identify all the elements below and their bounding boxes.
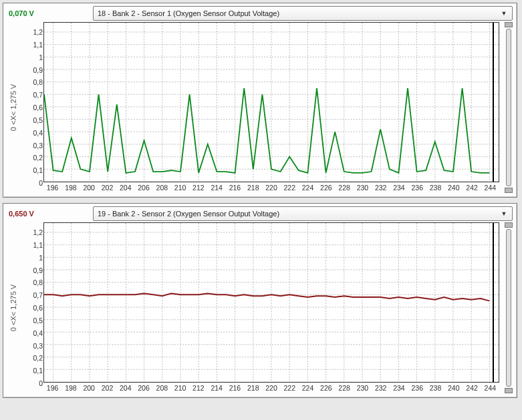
y-ticks: 00,10,20,30,40,50,60,70,80,911,11,2 bbox=[23, 23, 43, 182]
x-tick-label: 220 bbox=[265, 184, 277, 192]
y-tick-label: 1,1 bbox=[23, 241, 43, 249]
dropdown-selected-text: 18 - Bank 2 - Sensor 1 (Oxygen Sensor Ou… bbox=[98, 9, 499, 17]
x-tick-label: 218 bbox=[247, 184, 259, 192]
x-tick-label: 216 bbox=[229, 184, 241, 192]
slider-track[interactable] bbox=[506, 229, 511, 387]
data-series-line bbox=[44, 88, 489, 173]
dropdown-selected-text: 19 - Bank 2 - Sensor 2 (Oxygen Sensor Ou… bbox=[98, 210, 499, 218]
x-tick-label: 238 bbox=[430, 184, 442, 192]
x-ticks: 1961982002022042062082102122142162182202… bbox=[43, 184, 499, 193]
y-tick-label: 0,5 bbox=[23, 116, 43, 124]
x-tick-label: 228 bbox=[338, 184, 350, 192]
current-value-label: 0,650 V bbox=[7, 210, 89, 218]
x-tick-label: 228 bbox=[338, 384, 350, 392]
y-tick-label: 1 bbox=[23, 53, 43, 61]
y-axis-label: 0 <X< 1,275 V bbox=[9, 84, 17, 131]
slider-handle-bottom[interactable] bbox=[505, 188, 513, 193]
x-tick-label: 200 bbox=[83, 384, 95, 392]
y-tick-label: 0,3 bbox=[23, 342, 43, 350]
slider-handle-top[interactable] bbox=[505, 22, 513, 27]
chart-panel: 0,070 V18 - Bank 2 - Sensor 1 (Oxygen Se… bbox=[3, 3, 517, 198]
x-tick-label: 230 bbox=[357, 184, 369, 192]
x-tick-label: 198 bbox=[65, 384, 77, 392]
x-tick-label: 208 bbox=[156, 184, 168, 192]
y-tick-label: 0,1 bbox=[23, 166, 43, 174]
x-tick-label: 212 bbox=[192, 384, 205, 392]
y-tick-label: 1 bbox=[23, 254, 43, 262]
panel-header: 0,070 V18 - Bank 2 - Sensor 1 (Oxygen Se… bbox=[3, 3, 517, 22]
y-tick-label: 0,3 bbox=[23, 142, 43, 150]
x-tick-label: 234 bbox=[393, 384, 405, 392]
x-tick-label: 202 bbox=[102, 384, 114, 392]
x-tick-label: 224 bbox=[302, 384, 314, 392]
x-tick-label: 214 bbox=[211, 184, 223, 192]
chart-panel: 0,650 V19 - Bank 2 - Sensor 2 (Oxygen Se… bbox=[3, 203, 517, 398]
y-axis-label-wrap: 0 <X< 1,275 V bbox=[6, 222, 21, 393]
x-tick-label: 222 bbox=[284, 184, 296, 192]
x-tick-label: 208 bbox=[156, 384, 168, 392]
x-tick-label: 206 bbox=[138, 184, 150, 192]
x-tick-label: 236 bbox=[411, 384, 423, 392]
x-tick-label: 218 bbox=[247, 384, 259, 392]
y-tick-label: 0,2 bbox=[23, 154, 43, 162]
x-tick-label: 196 bbox=[47, 184, 59, 192]
y-range-slider[interactable] bbox=[503, 22, 514, 193]
y-axis-label: 0 <X< 1,275 V bbox=[9, 284, 17, 331]
y-tick-label: 0 bbox=[23, 179, 43, 187]
y-ticks: 00,10,20,30,40,50,60,70,80,911,11,2 bbox=[23, 223, 43, 382]
x-tick-label: 204 bbox=[120, 184, 132, 192]
x-tick-label: 214 bbox=[211, 384, 223, 392]
y-range-slider[interactable] bbox=[503, 222, 514, 393]
y-tick-label: 0,8 bbox=[23, 278, 43, 286]
y-tick-label: 0,4 bbox=[23, 329, 43, 337]
chart-box: 00,10,20,30,40,50,60,70,80,911,11,219619… bbox=[21, 222, 499, 393]
chevron-down-icon: ▼ bbox=[499, 10, 509, 17]
x-tick-label: 196 bbox=[47, 384, 59, 392]
x-tick-label: 216 bbox=[229, 384, 241, 392]
x-tick-label: 234 bbox=[393, 184, 405, 192]
x-ticks: 1961982002022042062082102122142162182202… bbox=[43, 384, 499, 393]
y-tick-label: 1,1 bbox=[23, 41, 43, 49]
y-axis-label-wrap: 0 <X< 1,275 V bbox=[6, 22, 21, 193]
y-tick-label: 0,1 bbox=[23, 367, 43, 375]
x-tick-label: 226 bbox=[320, 184, 332, 192]
y-tick-label: 0,4 bbox=[23, 129, 43, 137]
x-tick-label: 210 bbox=[174, 184, 186, 192]
y-tick-label: 0,5 bbox=[23, 317, 43, 325]
y-tick-label: 0,7 bbox=[23, 91, 43, 99]
x-tick-label: 222 bbox=[284, 384, 296, 392]
x-tick-label: 232 bbox=[375, 384, 387, 392]
plot-area[interactable]: 00,10,20,30,40,50,60,70,80,911,11,2 bbox=[43, 222, 499, 383]
x-tick-label: 238 bbox=[430, 384, 442, 392]
y-tick-label: 1,2 bbox=[23, 228, 43, 236]
chart-box: 00,10,20,30,40,50,60,70,80,911,11,219619… bbox=[21, 22, 499, 193]
chevron-down-icon: ▼ bbox=[499, 210, 509, 217]
y-tick-label: 0,2 bbox=[23, 354, 43, 362]
panel-header: 0,650 V19 - Bank 2 - Sensor 2 (Oxygen Se… bbox=[3, 204, 517, 222]
x-tick-label: 206 bbox=[138, 384, 150, 392]
plot-row: 0 <X< 1,275 V00,10,20,30,40,50,60,70,80,… bbox=[3, 222, 517, 397]
plot-row: 0 <X< 1,275 V00,10,20,30,40,50,60,70,80,… bbox=[3, 22, 517, 197]
plot-svg bbox=[44, 223, 499, 382]
x-tick-label: 212 bbox=[192, 184, 205, 192]
sensor-dropdown[interactable]: 18 - Bank 2 - Sensor 1 (Oxygen Sensor Ou… bbox=[93, 6, 513, 21]
slider-handle-top[interactable] bbox=[505, 222, 513, 228]
x-tick-label: 232 bbox=[375, 184, 387, 192]
y-tick-label: 0,6 bbox=[23, 304, 43, 312]
x-tick-label: 220 bbox=[265, 384, 277, 392]
y-tick-label: 1,2 bbox=[23, 28, 43, 36]
x-tick-label: 226 bbox=[320, 384, 332, 392]
x-tick-label: 204 bbox=[120, 384, 132, 392]
x-tick-label: 240 bbox=[448, 384, 460, 392]
sensor-dropdown[interactable]: 19 - Bank 2 - Sensor 2 (Oxygen Sensor Ou… bbox=[93, 206, 513, 221]
plot-area[interactable]: 00,10,20,30,40,50,60,70,80,911,11,2 bbox=[43, 22, 499, 182]
plot-svg bbox=[44, 23, 499, 182]
slider-track[interactable] bbox=[506, 29, 511, 186]
y-tick-label: 0,6 bbox=[23, 103, 43, 112]
y-tick-label: 0,8 bbox=[23, 78, 43, 86]
y-tick-label: 0,9 bbox=[23, 66, 43, 74]
x-tick-label: 236 bbox=[411, 184, 423, 192]
x-tick-label: 198 bbox=[65, 184, 77, 192]
current-value-label: 0,070 V bbox=[7, 9, 89, 17]
slider-handle-bottom[interactable] bbox=[505, 388, 513, 393]
